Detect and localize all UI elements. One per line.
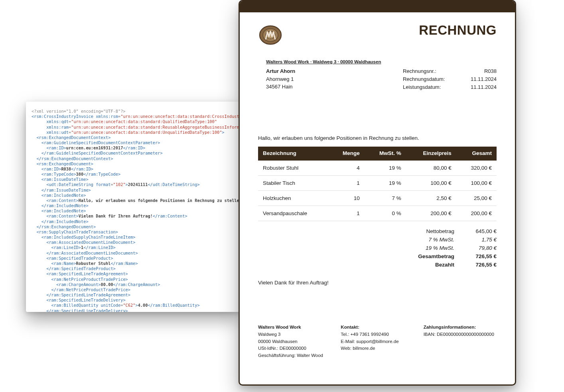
cell-total: 100,00 € (456, 176, 497, 191)
recipient-name: Artur Ahorn (266, 67, 295, 75)
table-row: Versandpauschale10 %200,00 €200,00 € (258, 206, 497, 221)
total-label: 19 % MwSt. (410, 244, 454, 253)
col-desc: Bezeichnung (258, 147, 329, 160)
document-title: RECHNUNG (419, 23, 497, 38)
total-value: 645,00 € (466, 227, 497, 236)
cell-desc: Versandpauschale (258, 206, 329, 221)
footer-line: USt-IdNr.: DE00000000 (258, 345, 331, 352)
col-unit: Einzelpreis (406, 147, 456, 160)
cell-total: 200,00 € (456, 206, 497, 221)
table-row: Stabiler Tisch119 %100,00 €100,00 € (258, 176, 497, 191)
cell-vat: 19 % (365, 176, 406, 191)
cell-total: 25,00 € (456, 191, 497, 206)
table-row: Holzkuchen107 %2,50 €25,00 € (258, 191, 497, 206)
meta-val: 11.11.2024 (471, 75, 497, 83)
meta-val: 11.11.2024 (471, 83, 497, 91)
total-value: 79,80 € (466, 244, 497, 253)
recipient-street: Ahornweg 1 (266, 75, 295, 83)
footer-line: Geschäftsführung: Walter Wood (258, 352, 331, 359)
invoice-footer: Walters Wood WorkWaldweg 300000 Waldhaus… (258, 324, 497, 359)
xml-source: <?xml version="1.0" encoding="UTF-8"?> <… (26, 102, 239, 312)
total-value: 726,55 € (466, 261, 497, 269)
footer-contact: Kontakt:Tel.: +49 7361 9992490E-Mail: su… (341, 324, 414, 359)
cell-total: 320,00 € (456, 160, 497, 176)
cell-desc: Robuster Stuhl (258, 160, 329, 176)
xml-code-panel: <?xml version="1.0" encoding="UTF-8"?> <… (26, 102, 239, 312)
footer-heading: Kontakt: (341, 324, 414, 331)
recipient-city: 34567 Hain (266, 83, 295, 91)
cell-qty: 1 (329, 206, 365, 221)
total-label: Nettobetrag (410, 227, 454, 236)
table-row: Robuster Stuhl419 %80,00 €320,00 € (258, 160, 497, 176)
cell-qty: 4 (329, 160, 365, 176)
cell-qty: 10 (329, 191, 365, 206)
cell-unit: 100,00 € (406, 176, 456, 191)
footer-line: E-Mail: support@billmore.de (341, 338, 414, 345)
total-label: Gesamtbetrag (410, 253, 454, 261)
footer-company: Walters Wood WorkWaldweg 300000 Waldhaus… (258, 324, 331, 359)
cell-unit: 80,00 € (406, 160, 456, 176)
cell-qty: 1 (329, 176, 365, 191)
meta-key: Leistungsdatum: (403, 83, 453, 91)
cell-vat: 19 % (365, 160, 406, 176)
footer-payment: Zahlungsinformationen:IBAN: DE0000000000… (424, 324, 497, 359)
footer-line: Waldweg 3 (258, 331, 331, 338)
cell-unit: 2,50 € (406, 191, 456, 206)
totals-block: Nettobetrag645,00 €7 % MwSt.1,75 €19 % M… (258, 227, 497, 269)
thanks-note: Vielen Dank für Ihren Auftrag! (258, 280, 497, 286)
cell-vat: 7 % (365, 191, 406, 206)
sender-address-line: Walters Wood Work · Waldweg 3 · 00000 Wa… (266, 59, 497, 64)
invoice-document: RECHNUNG Walters Wood Work · Waldweg 3 ·… (239, 0, 516, 386)
footer-heading: Zahlungsinformationen: (424, 324, 497, 331)
invoice-meta: Rechnungsnr.:R038Rechnungsdatum:11.11.20… (403, 67, 497, 91)
document-top-bar (240, 1, 515, 12)
col-total: Gesamt (456, 147, 497, 160)
col-vat: MwSt. % (365, 147, 406, 160)
company-logo (258, 23, 283, 47)
meta-val: R038 (484, 67, 497, 75)
total-value: 726,55 € (466, 253, 497, 261)
footer-line: IBAN: DE00000000000000000000 (424, 331, 497, 338)
meta-key: Rechnungsdatum: (403, 75, 453, 83)
recipient-block: Artur Ahorn Ahornweg 1 34567 Hain (266, 67, 295, 91)
footer-line: 00000 Waldhausen (258, 338, 331, 345)
intro-note: Hallo, wir erlauben uns folgende Positio… (258, 135, 497, 141)
line-items-table: Bezeichnung Menge MwSt. % Einzelpreis Ge… (258, 147, 497, 221)
col-qty: Menge (329, 147, 365, 160)
total-label: Bezahlt (410, 261, 454, 269)
footer-line: Tel.: +49 7361 9992490 (341, 331, 414, 338)
cell-unit: 200,00 € (406, 206, 456, 221)
cell-vat: 0 % (365, 206, 406, 221)
cell-desc: Holzkuchen (258, 191, 329, 206)
footer-heading: Walters Wood Work (258, 324, 331, 331)
total-label: 7 % MwSt. (410, 236, 454, 244)
total-value: 1,75 € (466, 236, 497, 244)
cell-desc: Stabiler Tisch (258, 176, 329, 191)
meta-key: Rechnungsnr.: (403, 67, 453, 75)
footer-line: Web: billmore.de (341, 345, 414, 352)
